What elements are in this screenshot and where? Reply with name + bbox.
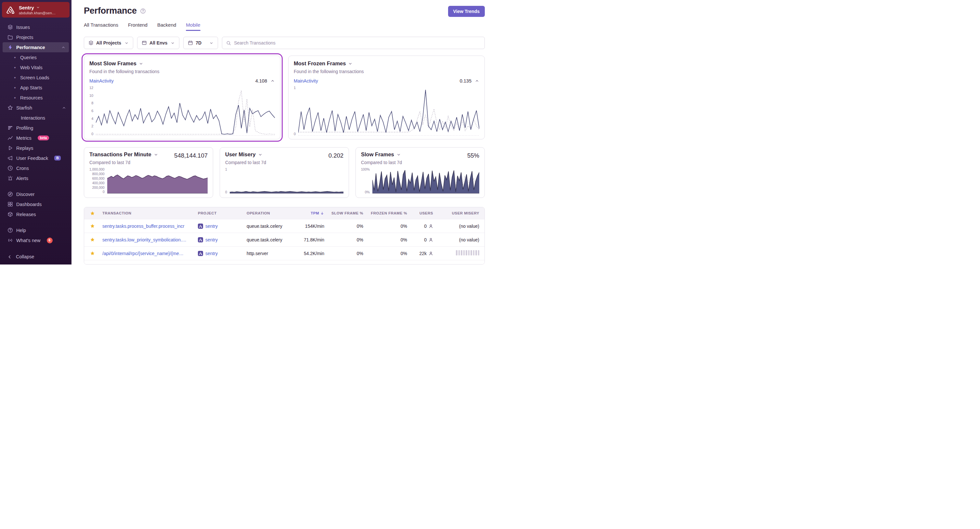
chevron-up-icon[interactable] (61, 45, 66, 50)
card-value: 548,144.107 (174, 152, 208, 159)
slow-frames-plot (96, 86, 275, 136)
y-tick-label: 100% (361, 168, 370, 171)
sidebar-item-dashboards[interactable]: Dashboards (0, 199, 72, 209)
transaction-link[interactable]: sentry.tasks.low_priority_symbolication.… (102, 237, 186, 242)
y-axis-labels: 10 (225, 168, 227, 194)
transaction-link[interactable]: MainActivity (89, 78, 114, 83)
sidebar-item-metrics[interactable]: Metricsbeta (0, 133, 72, 143)
sidebar-menu: IssuesProjectsPerformance•Queries•Web Vi… (0, 18, 72, 250)
page-header: Performance View Trends (84, 6, 485, 17)
sidebar-item-discover[interactable]: Discover (0, 189, 72, 199)
tab-frontend[interactable]: Frontend (128, 22, 148, 31)
sidebar-item-starfish[interactable]: Starfish (0, 103, 72, 113)
column-header-operation[interactable]: OPERATION (244, 211, 296, 215)
sidebar-item-resources[interactable]: •Resources (0, 92, 72, 103)
sidebar-item-web-vitals[interactable]: •Web Vitals (0, 62, 72, 72)
badge: beta (38, 135, 49, 140)
transaction-link[interactable]: sentry.tasks.process_buffer.process_incr (102, 223, 184, 229)
project-link[interactable]: sentry (205, 237, 218, 242)
column-header-users[interactable]: USERS (410, 211, 436, 215)
table-row[interactable] (84, 260, 484, 264)
table-body: sentry.tasks.process_buffer.process_incr… (84, 219, 484, 264)
column-header-tpm[interactable]: TPM (296, 211, 327, 215)
transactions-table: TRANSACTIONPROJECTOPERATIONTPMSLOW FRAME… (84, 207, 485, 264)
sidebar-item-what-s-new[interactable]: What's new6 (0, 235, 72, 245)
sidebar-item-crons[interactable]: Crons (0, 163, 72, 173)
card-title: Slow Frames (361, 151, 394, 158)
discover-icon (7, 191, 13, 197)
search-input[interactable] (234, 40, 480, 46)
user-icon (429, 237, 433, 242)
widget-title-button[interactable]: Most Frozen Frames (294, 61, 479, 67)
column-header-project[interactable]: PROJECT (195, 211, 244, 215)
date-range-label: 7D (196, 40, 202, 46)
sidebar-item-user-feedback[interactable]: User FeedbackB (0, 153, 72, 163)
dashboards-icon (7, 201, 13, 207)
star-icon[interactable] (90, 223, 95, 228)
tab-backend[interactable]: Backend (157, 22, 176, 31)
sidebar-item-app-starts[interactable]: •App Starts (0, 83, 72, 92)
issues-icon (7, 24, 13, 30)
sidebar-item-profiling[interactable]: Profiling (0, 123, 72, 133)
column-header-label: TPM (311, 211, 319, 215)
org-switcher[interactable]: Sentry abdullah.khan@sen… (2, 2, 70, 18)
tab-all-transactions[interactable]: All Transactions (84, 22, 118, 31)
sidebar-item-replays[interactable]: Replays (0, 143, 72, 153)
collapse-toggle-icon[interactable] (475, 79, 479, 83)
y-axis-labels: 1,000,000800,000600,000400,000200,0000 (89, 168, 105, 194)
sidebar-item-label: Help (16, 228, 26, 233)
table-row[interactable]: sentry.tasks.low_priority_symbolication.… (84, 233, 484, 246)
card-title-button[interactable]: Slow Frames (361, 151, 402, 158)
card-subtitle: Compared to last 7d (89, 160, 158, 165)
column-header-transaction[interactable]: TRANSACTION (100, 211, 195, 215)
transaction-link[interactable]: /api/0/internal/rpc/{service_name}/{me… (102, 251, 184, 256)
project-filter[interactable]: All Projects (84, 37, 133, 49)
star-icon[interactable] (90, 251, 95, 256)
menu-gap (0, 183, 72, 189)
column-header-slow-frame-[interactable]: SLOW FRAME % (327, 211, 366, 215)
sidebar-item-releases[interactable]: Releases (0, 209, 72, 219)
sidebar-item-screen-loads[interactable]: •Screen Loads (0, 72, 72, 83)
column-header-frozen-frame-[interactable]: FROZEN FRAME % (366, 211, 410, 215)
user-misery-chart: 10 (225, 168, 344, 194)
y-tick-label: 1 (225, 168, 227, 171)
operation-cell: http.server (244, 251, 296, 256)
org-name: Sentry (19, 5, 34, 10)
y-tick-label: 200,000 (92, 186, 105, 190)
project-link[interactable]: sentry (205, 223, 218, 229)
collapse-toggle-icon[interactable] (270, 79, 275, 83)
chevron-up-icon[interactable] (62, 105, 66, 110)
sidebar-item-queries[interactable]: •Queries (0, 52, 72, 62)
collapse-button[interactable]: Collapse (0, 250, 72, 264)
slow-frame-cell: 0% (327, 237, 366, 242)
chevron-down-icon (396, 152, 401, 157)
highlight-ring: Most Slow Frames Found in the following … (81, 53, 283, 142)
tab-mobile[interactable]: Mobile (186, 22, 200, 31)
sidebar-item-performance[interactable]: Performance (3, 42, 69, 52)
sidebar-item-issues[interactable]: Issues (0, 22, 72, 32)
table-row[interactable]: sentry.tasks.process_buffer.process_incr… (84, 219, 484, 233)
column-header-user-misery[interactable]: USER MISERY (436, 211, 484, 215)
transaction-link[interactable]: MainActivity (294, 78, 318, 83)
sidebar-item-interactions[interactable]: Interactions (0, 113, 72, 123)
card-title-button[interactable]: User Misery (225, 151, 266, 158)
sidebar-item-label: Projects (16, 35, 33, 40)
environment-filter[interactable]: All Envs (137, 37, 179, 49)
sidebar-item-label: Resources (20, 95, 43, 100)
view-trends-button[interactable]: View Trends (448, 6, 485, 17)
sidebar-item-label: User Feedback (16, 156, 48, 161)
sidebar-item-projects[interactable]: Projects (0, 32, 72, 42)
y-tick-label: 0 (225, 190, 227, 194)
star-icon[interactable] (90, 237, 95, 242)
slow-frames-chart: 121086420 (89, 86, 275, 136)
card-title-button[interactable]: Transactions Per Minute (89, 151, 158, 158)
project-link[interactable]: sentry (205, 251, 218, 256)
help-icon[interactable] (140, 8, 146, 14)
date-range-filter[interactable]: 7D (183, 37, 218, 49)
sidebar-item-alerts[interactable]: Alerts (0, 173, 72, 183)
table-row[interactable]: /api/0/internal/rpc/{service_name}/{me…s… (84, 246, 484, 260)
sidebar-item-help[interactable]: Help (0, 225, 72, 235)
widget-title-button[interactable]: Most Slow Frames (89, 61, 275, 67)
star-column-header[interactable] (84, 211, 100, 216)
tpm-cell: 54.2K/min (296, 251, 327, 256)
